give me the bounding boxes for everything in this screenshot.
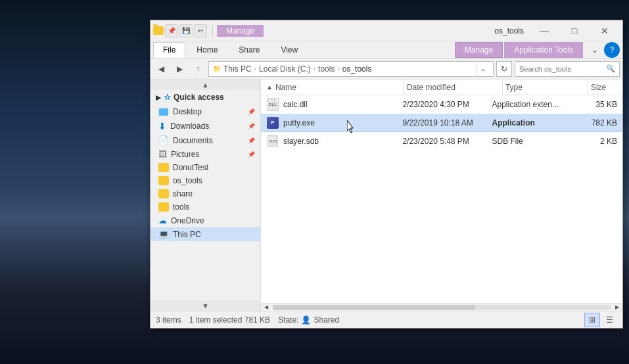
- onedrive-label: OneDrive: [171, 216, 204, 225]
- sidebar-item-documents[interactable]: 📄 Documents 📌: [151, 133, 260, 147]
- sep2: ›: [314, 65, 315, 72]
- expand-arrow: ▶: [156, 94, 161, 101]
- pin-btn[interactable]: 📌: [165, 24, 178, 37]
- col-name-header[interactable]: Name: [273, 80, 404, 95]
- folder-icon-title: [153, 26, 164, 36]
- address-bar[interactable]: 📁 This PC › Local Disk (C:) › tools › os…: [208, 61, 494, 77]
- minimize-btn[interactable]: —: [529, 20, 559, 41]
- maximize-btn[interactable]: □: [559, 20, 590, 41]
- close-btn[interactable]: ✕: [590, 20, 620, 41]
- exe-file-icon: P: [267, 117, 279, 129]
- crumb-thispc[interactable]: This PC: [223, 64, 252, 74]
- ribbon-expand-btn[interactable]: ⌄: [587, 42, 603, 58]
- col-type-header[interactable]: Type: [503, 80, 588, 95]
- tab-application-tools[interactable]: Application Tools: [504, 42, 583, 58]
- title-bar: 📌 💾 ↩ Manage os_tools — □ ✕: [151, 20, 622, 41]
- col-size-header[interactable]: Size: [588, 80, 622, 95]
- search-icon: 🔍: [606, 64, 615, 73]
- tab-view[interactable]: View: [271, 42, 308, 58]
- desktop-pin-icon: 📌: [248, 108, 255, 115]
- search-input[interactable]: [519, 65, 603, 73]
- refresh-btn[interactable]: ↻: [496, 61, 512, 77]
- slayersdb-name: slayer.sdb: [283, 137, 402, 146]
- file-row-slayersdb[interactable]: SDB slayer.sdb 2/23/2020 5:48 PM SDB Fil…: [261, 132, 622, 150]
- sidebar-item-onedrive[interactable]: ☁ OneDrive: [151, 214, 260, 227]
- calcdll-date: 2/23/2020 4:30 PM: [402, 100, 492, 109]
- address-folder-icon: 📁: [213, 65, 221, 72]
- documents-label: Documents: [173, 136, 213, 145]
- scroll-track[interactable]: [273, 305, 611, 310]
- tab-file[interactable]: File: [153, 42, 185, 58]
- calcdll-icon: DLL: [266, 98, 279, 111]
- crumb-localdisk[interactable]: Local Disk (C:): [259, 64, 311, 74]
- slayersdb-size: 2 KB: [569, 137, 617, 146]
- sidebar-scroll-up[interactable]: ▲: [151, 80, 260, 90]
- file-row-calcdll[interactable]: DLL calc.dll 2/23/2020 4:30 PM Applicati…: [261, 95, 622, 114]
- slayersdb-date: 2/23/2020 5:48 PM: [402, 137, 492, 146]
- quick-access-label: Quick access: [174, 93, 224, 102]
- back-btn[interactable]: ◀: [153, 61, 169, 77]
- share-label: share: [173, 189, 193, 198]
- calcdll-name: calc.dll: [283, 100, 402, 109]
- undo-btn[interactable]: ↩: [194, 24, 207, 37]
- tab-home[interactable]: Home: [187, 42, 227, 58]
- desktop-icon: [158, 106, 169, 117]
- sidebar-item-desktop[interactable]: Desktop 📌: [151, 104, 260, 119]
- donuttest-label: DonutTest: [173, 163, 208, 172]
- downloads-label: Downloads: [170, 122, 209, 131]
- sidebar-item-tools[interactable]: tools: [151, 200, 260, 214]
- main-area: ▲ ▶ ☆ Quick access Desktop 📌: [151, 80, 622, 311]
- sidebar-item-downloads[interactable]: ⬇ Downloads 📌: [151, 119, 260, 133]
- pictures-label: Pictures: [171, 150, 199, 159]
- documents-pin-icon: 📌: [248, 137, 255, 144]
- donuttest-folder-icon: [158, 163, 169, 172]
- downloads-icon: ⬇: [158, 121, 166, 131]
- sidebar-item-ostools[interactable]: os_tools: [151, 174, 260, 187]
- sidebar-quick-access[interactable]: ▶ ☆ Quick access: [151, 90, 260, 104]
- scroll-right-btn[interactable]: ▶: [612, 304, 622, 311]
- sidebar-item-thispc[interactable]: 💻 This PC: [151, 227, 260, 241]
- up-btn[interactable]: ↑: [190, 61, 206, 77]
- puttyexe-type: Application: [492, 118, 570, 127]
- list-view-btn[interactable]: ☰: [601, 313, 617, 327]
- pictures-pin-icon: 📌: [248, 151, 255, 158]
- search-bar[interactable]: 🔍: [515, 61, 620, 77]
- sidebar-item-pictures[interactable]: 🖼 Pictures 📌: [151, 147, 260, 161]
- crumb-tools[interactable]: tools: [318, 64, 335, 74]
- horizontal-scrollbar[interactable]: ◀ ▶: [261, 303, 622, 311]
- sep3: ›: [337, 65, 339, 72]
- sidebar-item-donuttest[interactable]: DonutTest: [151, 161, 260, 174]
- help-btn[interactable]: ?: [604, 42, 620, 58]
- file-header: ▲ Name Date modified Type Size: [261, 80, 622, 95]
- sort-up-btn[interactable]: ▲: [266, 83, 273, 91]
- window-controls: — □ ✕: [529, 20, 620, 41]
- tab-manage[interactable]: Manage: [455, 42, 503, 58]
- file-row-puttyexe[interactable]: P putty.exe 9/22/2019 10:18 AM Applicati…: [261, 114, 622, 132]
- documents-icon: 📄: [158, 135, 169, 145]
- scroll-left-btn[interactable]: ◀: [261, 304, 271, 311]
- slayersdb-type: SDB File: [492, 137, 570, 146]
- scroll-thumb: [273, 305, 475, 310]
- folder-yellow-icon: [153, 26, 164, 35]
- window-title: os_tools: [494, 26, 524, 35]
- state-info: State: 👤 Shared: [278, 315, 339, 325]
- details-view-btn[interactable]: ⊞: [584, 313, 600, 327]
- ostools-label: os_tools: [173, 176, 202, 185]
- tab-share[interactable]: Share: [229, 42, 269, 58]
- sidebar: ▶ ☆ Quick access Desktop 📌 ⬇ Downloads: [151, 90, 260, 300]
- tools-label: tools: [173, 202, 189, 212]
- forward-btn[interactable]: ▶: [172, 61, 187, 77]
- manage-tab-title[interactable]: Manage: [217, 25, 264, 37]
- desktop-label: Desktop: [173, 107, 202, 116]
- selected-info: 1 item selected 781 KB: [189, 315, 270, 325]
- sidebar-item-share[interactable]: share: [151, 187, 260, 200]
- address-dropdown-btn[interactable]: ⌄: [476, 61, 489, 77]
- calcdll-size: 35 KB: [569, 100, 617, 109]
- col-date-header[interactable]: Date modified: [404, 80, 503, 95]
- puttyexe-date: 9/22/2019 10:18 AM: [402, 118, 492, 127]
- calcdll-type: Application exten...: [492, 100, 570, 109]
- crumb-ostools: os_tools: [342, 64, 372, 74]
- slayersdb-icon: SDB: [266, 135, 279, 148]
- save-btn[interactable]: 💾: [179, 24, 193, 37]
- sidebar-scroll-down[interactable]: ▼: [151, 300, 260, 311]
